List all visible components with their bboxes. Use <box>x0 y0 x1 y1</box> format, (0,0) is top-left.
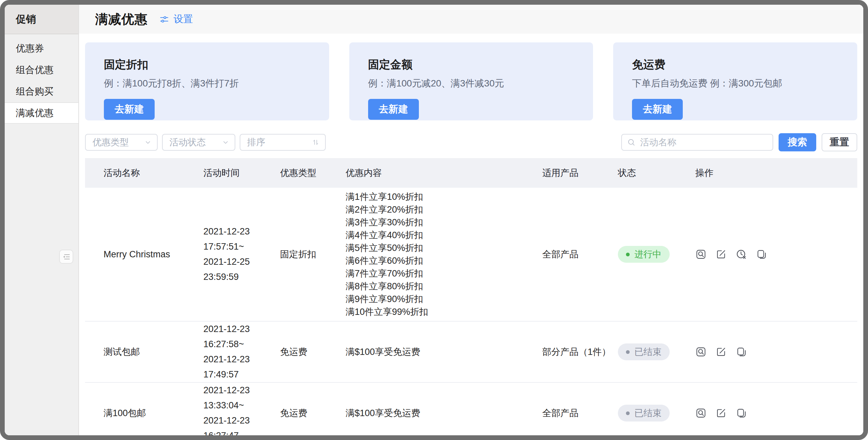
sort-select[interactable]: 排序 <box>240 134 326 151</box>
column-header-name: 活动名称 <box>85 167 204 179</box>
page-header: 满减优惠 设置 <box>79 5 863 34</box>
time-start: 2021-12-23 13:33:04~ <box>204 383 280 413</box>
coupon-type-placeholder: 优惠类型 <box>92 136 129 148</box>
activity-status-select[interactable]: 活动状态 <box>162 134 235 151</box>
time-end: 2021-12-23 17:49:57 <box>204 352 280 382</box>
activity-name: 测试包邮 <box>85 346 204 358</box>
time-end: 2021-12-25 23:59:59 <box>204 254 280 285</box>
activity-time: 2021-12-23 17:57:51~2021-12-25 23:59:59 <box>204 224 280 285</box>
status-badge: 已结束 <box>618 405 670 421</box>
sort-placeholder: 排序 <box>247 136 265 148</box>
edit-action-icon[interactable] <box>715 248 727 260</box>
row-actions <box>695 248 857 260</box>
card-title: 免运费 <box>632 57 844 72</box>
settings-label: 设置 <box>174 12 193 26</box>
status-label: 已结束 <box>634 407 661 419</box>
coupon-content: 满1件立享10%折扣满2件立享20%折扣满3件立享30%折扣满4件立享40%折扣… <box>346 188 542 321</box>
column-header-time: 活动时间 <box>204 167 280 179</box>
coupon-type: 免运费 <box>280 346 346 358</box>
discount-rule: 满6件立享60%折扣 <box>346 254 542 267</box>
activities-table: 活动名称活动时间优惠类型优惠内容适用产品状态操作 Merry Christmas… <box>85 158 857 440</box>
coupon-content: 满$100享受免运费 <box>346 343 542 361</box>
discount-rule: 满7件立享70%折扣 <box>346 267 542 280</box>
status-dot-icon <box>626 350 630 354</box>
status-dot-icon <box>626 411 630 415</box>
discount-rule: 满9件立享90%折扣 <box>346 293 542 305</box>
promo-cards: 固定折扣例：满100元打8折、满3件打7折去新建固定金额例：满100元减20、满… <box>85 42 857 120</box>
sidebar-title: 促销 <box>5 5 78 34</box>
reset-button[interactable]: 重置 <box>822 133 857 151</box>
card-fixed-amount: 固定金额例：满100元减20、满3件减30元去新建 <box>349 42 593 120</box>
sidebar-item-combo-purchase[interactable]: 组合购买 <box>5 81 78 102</box>
copy-action-icon[interactable] <box>756 248 767 260</box>
search-button[interactable]: 搜索 <box>779 133 816 151</box>
settings-link[interactable]: 设置 <box>159 12 193 26</box>
discount-rule: 满10件立享99%折扣 <box>346 305 542 318</box>
status-label: 已结束 <box>634 346 661 358</box>
sort-arrows-icon <box>311 138 320 147</box>
applicable-products: 全部产品 <box>542 248 618 260</box>
status-cell: 已结束 <box>618 405 695 421</box>
create-new-button[interactable]: 去新建 <box>104 99 155 120</box>
page-title: 满减优惠 <box>95 11 148 28</box>
discount-rule: 满5件立享50%折扣 <box>346 241 542 254</box>
copy-action-icon[interactable] <box>736 407 747 419</box>
coupon-type-select[interactable]: 优惠类型 <box>85 134 158 151</box>
row-actions <box>695 407 857 419</box>
discount-rule: 满3件立享30%折扣 <box>346 216 542 229</box>
discount-rule: 满8件立享80%折扣 <box>346 280 542 293</box>
status-badge: 已结束 <box>618 344 670 360</box>
edit-action-icon[interactable] <box>715 407 727 419</box>
time-start: 2021-12-23 17:57:51~ <box>204 224 280 254</box>
create-new-button[interactable]: 去新建 <box>632 99 683 120</box>
applicable-products: 部分产品（1件） <box>542 346 618 358</box>
status-dot-icon <box>626 253 630 256</box>
filter-bar: 优惠类型 活动状态 排序 搜索 重置 <box>85 133 857 151</box>
row-actions <box>695 346 857 358</box>
table-row: 测试包邮2021-12-23 16:27:58~2021-12-23 17:49… <box>85 322 857 383</box>
sidebar-item-full-reduction[interactable]: 满减优惠 <box>5 102 78 124</box>
table-body: Merry Christmas2021-12-23 17:57:51~2021-… <box>85 188 857 440</box>
table-row: 满100包邮2021-12-23 13:33:04~2021-12-23 16:… <box>85 383 857 440</box>
collapse-sidebar-button[interactable] <box>59 250 73 264</box>
discount-rule: 满1件立享10%折扣 <box>346 190 542 203</box>
table-row: Merry Christmas2021-12-23 17:57:51~2021-… <box>85 188 857 322</box>
status-cell: 已结束 <box>618 344 695 360</box>
main-panel: 满减优惠 设置 固定折扣例：满100元打8折、满3件打7折去新建固定金额例：满1… <box>79 5 863 435</box>
activity-name-input[interactable] <box>640 137 768 148</box>
time-end: 2021-12-23 16:27:47 <box>204 413 280 440</box>
sidebar-item-combo-discount[interactable]: 组合优惠 <box>5 59 78 81</box>
status-label: 进行中 <box>634 248 661 260</box>
chevron-down-icon <box>144 138 152 147</box>
coupon-type: 免运费 <box>280 407 346 419</box>
create-new-button[interactable]: 去新建 <box>368 99 419 120</box>
column-header-products: 适用产品 <box>542 167 618 179</box>
edit-action-icon[interactable] <box>715 346 727 358</box>
applicable-products: 全部产品 <box>542 407 618 419</box>
activity-time: 2021-12-23 13:33:04~2021-12-23 16:27:47 <box>204 383 280 440</box>
sidebar-item-coupons[interactable]: 优惠券 <box>5 38 78 59</box>
search-icon <box>627 138 636 147</box>
sliders-icon <box>159 14 169 25</box>
column-header-content: 优惠内容 <box>346 167 542 179</box>
column-header-type: 优惠类型 <box>280 167 346 179</box>
end-early-action-icon[interactable] <box>736 248 747 260</box>
preview-action-icon[interactable] <box>695 407 707 419</box>
search-box <box>621 134 773 151</box>
discount-rule: 满2件立享20%折扣 <box>346 203 542 216</box>
menu-fold-icon <box>62 252 71 261</box>
chevron-down-icon <box>221 138 230 147</box>
preview-action-icon[interactable] <box>695 346 707 358</box>
sidebar: 促销 优惠券组合优惠组合购买满减优惠 <box>5 5 79 435</box>
table-header-row: 活动名称活动时间优惠类型优惠内容适用产品状态操作 <box>85 158 857 188</box>
copy-action-icon[interactable] <box>736 346 747 358</box>
activity-name: Merry Christmas <box>85 249 204 260</box>
card-description: 例：满100元打8折、满3件打7折 <box>104 77 316 90</box>
activity-time: 2021-12-23 16:27:58~2021-12-23 17:49:57 <box>204 322 280 382</box>
search-group: 搜索 重置 <box>621 133 857 151</box>
column-header-status: 状态 <box>618 167 695 179</box>
card-fixed-discount: 固定折扣例：满100元打8折、满3件打7折去新建 <box>85 42 329 120</box>
preview-action-icon[interactable] <box>695 248 707 260</box>
card-title: 固定金额 <box>368 57 580 72</box>
app-window: 促销 优惠券组合优惠组合购买满减优惠 满减优惠 设置 固定折扣例：满100元打8… <box>0 0 868 440</box>
